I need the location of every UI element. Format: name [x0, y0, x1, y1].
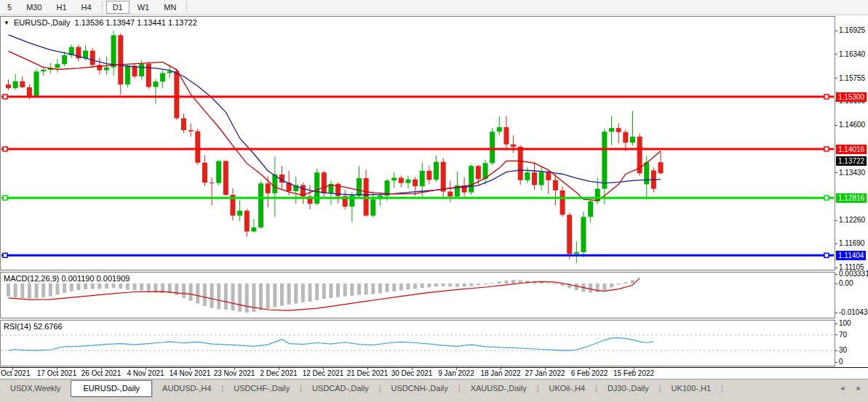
price-axis-tick [835, 172, 837, 173]
rsi-label: RSI(14) 52.6766 [4, 322, 63, 331]
macd-histogram-bar [112, 284, 116, 288]
macd-histogram-bar [189, 284, 193, 301]
rsi-axis-tick [835, 323, 837, 324]
timeframe-button-d1[interactable]: D1 [106, 1, 130, 14]
rsi-panel[interactable]: RSI(14) 52.6766 [0, 320, 835, 366]
macd-histogram-bar [617, 284, 621, 285]
chart-tab-uk100-h1[interactable]: UK100-,H1 [661, 381, 721, 395]
macd-histogram-bar [7, 284, 10, 297]
macd-histogram-bar [20, 284, 24, 298]
macd-histogram-bar [280, 284, 284, 306]
macd-histogram-bar [602, 284, 606, 290]
macd-histogram-bar [126, 284, 130, 289]
level-handle[interactable] [3, 253, 7, 257]
date-label: 9 Jan 2022 [438, 369, 474, 377]
chart-tab-usdcnh-daily[interactable]: USDCNH-,Daily [381, 381, 458, 395]
price-axis-tick [835, 220, 837, 221]
timeframe-button-w1[interactable]: W1 [131, 1, 156, 14]
macd-histogram-bar [203, 284, 207, 306]
price-level-badge: 1.12816 [836, 193, 867, 203]
date-label: 7 Oct 2021 [0, 369, 30, 377]
macd-histogram-bar [371, 284, 375, 294]
macd-histogram-bar [175, 284, 178, 295]
toolbar-separator [186, 1, 187, 12]
date-label: 21 Dec 2021 [347, 369, 389, 377]
price-axis-tick [835, 31, 837, 31]
chart-tab-usdcad-daily[interactable]: USDCAD-,Daily [302, 381, 379, 395]
level-handle[interactable] [824, 196, 829, 200]
macd-histogram-bar [119, 284, 122, 289]
macd-histogram-bar [434, 284, 438, 286]
rsi-axis-tick [835, 362, 837, 363]
macd-histogram-bar [224, 284, 228, 310]
chart-tab-bar: USDX,WeeklyEURUSD-,DailyAUDUSD-,H4|USDCH… [0, 379, 868, 402]
macd-histogram-bar [575, 284, 578, 290]
macd-histogram-bar [336, 284, 340, 297]
macd-histogram-bar [413, 284, 417, 289]
chart-tab-xauusd-daily[interactable]: XAUUSD-,Daily [461, 381, 537, 395]
macd-histogram-bar [154, 284, 157, 292]
timeframe-button-mn[interactable]: MN [157, 1, 183, 14]
chart-tab-eurusd-daily[interactable]: EURUSD-,Daily [71, 380, 152, 397]
macd-histogram-bar [97, 284, 101, 289]
chart-symbol-label: EURUSD-,Daily [14, 18, 71, 27]
tab-scroll-right-icon[interactable]: ► [856, 385, 862, 392]
macd-histogram-bar [28, 284, 31, 299]
macd-histogram-bar [378, 284, 382, 293]
macd-histogram-bar [343, 284, 347, 297]
price-axis-tick [835, 244, 837, 244]
level-handle[interactable] [3, 196, 7, 200]
rsi-axis-label: 0 [839, 358, 843, 366]
macd-histogram-bar [329, 284, 333, 298]
price-axis-tick [835, 268, 837, 268]
macd-histogram-bar [273, 284, 276, 307]
timeframe-button-h4[interactable]: H4 [75, 1, 98, 14]
chart-tab-audusd-h4[interactable]: AUDUSD-,H4 [152, 381, 221, 395]
macd-histogram-bar [511, 280, 515, 284]
macd-histogram-bar [624, 282, 627, 284]
macd-histogram-bar [76, 284, 80, 290]
level-handle[interactable] [3, 95, 7, 99]
macd-axis-label: -0.010439 [839, 308, 868, 316]
macd-histogram-bar [301, 284, 305, 302]
chart-tab-usdx-weekly[interactable]: USDX,Weekly [0, 381, 71, 395]
main-chart-panel[interactable]: ▼ EURUSD-,Daily 1.13536 1.13947 1.13441 … [0, 16, 835, 270]
macd-histogram-bar [238, 284, 242, 312]
timeframe-button-h1[interactable]: H1 [50, 1, 73, 14]
chart-tab-ukoil-h4[interactable]: UKOil-,H4 [539, 381, 596, 395]
macd-histogram-bar [91, 284, 95, 289]
timeframe-button-m30[interactable]: M30 [20, 1, 48, 14]
date-label: 12 Dec 2021 [303, 369, 344, 377]
level-handle[interactable] [824, 95, 829, 99]
macd-histogram-bar [610, 284, 613, 287]
date-label: 18 Jan 2022 [480, 369, 520, 377]
rsi-axis-label: 70 [839, 331, 847, 339]
price-chart-canvas[interactable] [1, 17, 835, 270]
macd-histogram-bar [546, 283, 550, 284]
level-handle[interactable] [824, 147, 829, 151]
tab-scroll-left-icon[interactable]: ◄ [839, 385, 845, 392]
chart-tab-usdchf-daily[interactable]: USDCHF-,Daily [223, 381, 300, 395]
chart-ohlc-values: 1.13536 1.13947 1.13441 1.13722 [75, 18, 197, 27]
macd-histogram-bar [406, 284, 410, 289]
macd-histogram-bar [477, 284, 480, 285]
macd-histogram-bar [84, 284, 87, 289]
macd-histogram-bar [147, 284, 151, 292]
date-label: 17 Oct 2021 [37, 369, 76, 377]
rsi-canvas[interactable] [1, 321, 835, 366]
macd-histogram-bar [498, 281, 501, 284]
price-level-badge: 1.15300 [836, 92, 867, 102]
date-label: 15 Feb 2022 [613, 369, 654, 377]
chart-tab-dj30-daily[interactable]: DJ30-,Daily [597, 381, 659, 395]
macd-histogram-bar [631, 280, 634, 284]
macd-panel[interactable]: MACD(12,26,9) 0.001190 0.001909 [0, 272, 835, 318]
toolbar-separator [102, 1, 103, 12]
timeframe-button-5[interactable]: 5 [1, 1, 18, 14]
macd-histogram-bar [490, 283, 494, 284]
macd-histogram-bar [463, 284, 466, 286]
macd-histogram-bar [287, 284, 291, 305]
level-handle[interactable] [3, 147, 7, 151]
price-axis-label: 1.16340 [839, 50, 865, 58]
macd-histogram-bar [386, 284, 389, 292]
level-handle[interactable] [824, 253, 829, 257]
